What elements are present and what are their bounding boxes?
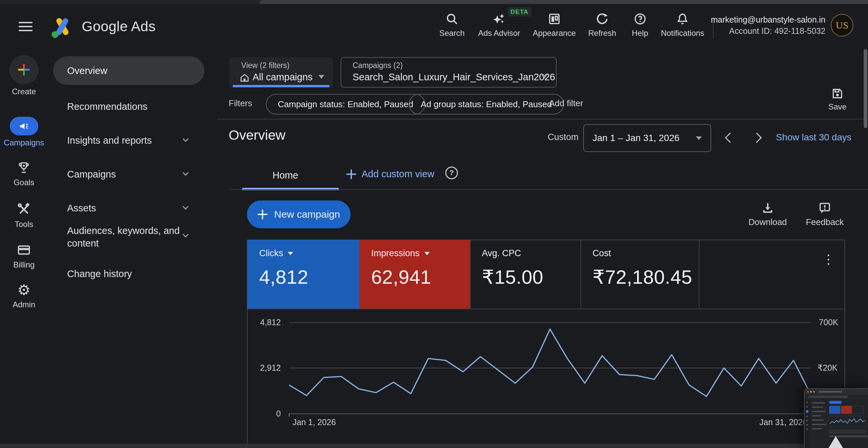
y-tick-right-top: 700K [819, 318, 838, 327]
main-menu-icon[interactable] [19, 22, 33, 32]
scrollbar-thumb[interactable] [864, 49, 867, 128]
create-plus-icon [16, 62, 32, 77]
clicks-series-line [289, 329, 811, 397]
plus-icon [257, 209, 268, 219]
help-button[interactable]: Help [632, 12, 648, 38]
y-tick-left-middle: 2,912 [229, 363, 281, 373]
tabs-help-button[interactable]: ? [445, 167, 458, 179]
rail-item-goals[interactable]: Goals [13, 160, 35, 187]
view-selector[interactable]: View (2 filters) All campaigns [229, 57, 333, 88]
tools-icon [16, 202, 32, 217]
feedback-button[interactable]: Feedback [806, 201, 844, 227]
megaphone-icon [18, 120, 30, 132]
view-selector-underline [232, 85, 330, 87]
refresh-button[interactable]: Refresh [588, 12, 616, 38]
show-last-30-days-link[interactable]: Show last 30 days [776, 132, 851, 143]
date-range-picker[interactable]: Jan 1 – Jan 31, 2026 [583, 124, 711, 152]
new-campaign-button[interactable]: New campaign [247, 200, 350, 228]
product-title: Google Ads [82, 19, 156, 35]
card-divider [470, 240, 470, 309]
save-button[interactable]: Save [824, 87, 851, 111]
account-id: Account ID: 492-118-5032 [711, 25, 826, 36]
advisor-beta-badge: DETA [508, 7, 531, 16]
metric-card-avg-cpc[interactable]: Avg. CPC ₹15.00 [470, 240, 581, 309]
campaign-selector[interactable]: Campaigns (2) Search_Salon_Luxury_Hair_S… [341, 57, 557, 88]
pip-rail [805, 399, 810, 448]
add-custom-view-button[interactable]: Add custom view [346, 169, 434, 179]
rail-item-tools[interactable]: Tools [14, 202, 33, 229]
y-tick-left-top: 4,812 [229, 318, 281, 327]
cards-bottom-border [247, 309, 845, 309]
chevron-down-icon [182, 136, 188, 142]
appearance-icon [547, 12, 561, 26]
subnav-item-insights-reports[interactable]: Insights and reports [67, 134, 152, 147]
avatar-monogram: US [836, 20, 848, 31]
performance-line-chart [289, 318, 811, 418]
tab-home[interactable]: Home [273, 170, 298, 181]
caret-down-icon [318, 75, 324, 79]
chevron-down-icon [182, 203, 188, 209]
subnav-item-audiences-keywords-content[interactable]: Audiences, keywords, and content [67, 224, 182, 249]
caret-down-icon [541, 75, 547, 79]
help-icon: ? [445, 167, 458, 179]
chevron-down-icon [182, 170, 188, 176]
chevron-down-icon [182, 231, 188, 237]
pip-minimize-dot [810, 391, 812, 392]
subnav-item-overview[interactable]: Overview [53, 57, 205, 85]
trophy-icon [16, 160, 32, 175]
metric-card-clicks[interactable]: Clicks 4,812 [247, 240, 359, 309]
browser-tab [259, 0, 868, 4]
rail-item-billing[interactable]: Billing [13, 242, 35, 270]
appearance-button[interactable]: Appearance [533, 12, 576, 38]
card-divider [581, 240, 581, 309]
add-filter-button[interactable]: Add filter [549, 98, 583, 108]
subnav-item-recommendations[interactable]: Recommendations [67, 100, 148, 113]
save-icon [831, 87, 844, 100]
bottom-edge-strip [0, 444, 868, 448]
metric-card-impressions[interactable]: Impressions 62,941 [359, 240, 470, 309]
subnav-item-campaigns[interactable]: Campaigns [67, 168, 116, 180]
pip-close-dot [807, 391, 809, 392]
caret-down-icon [424, 252, 430, 255]
pip-urlbar [805, 394, 868, 399]
notifications-button[interactable]: Notifications [661, 12, 705, 38]
page-title: Overview [229, 128, 285, 143]
next-period-button[interactable] [751, 132, 762, 143]
previous-period-button[interactable] [725, 132, 735, 143]
help-icon [633, 12, 647, 26]
refresh-icon [595, 12, 609, 26]
search-button[interactable]: Search [439, 12, 465, 38]
y-tick-right-middle: ₹20K [817, 363, 837, 373]
download-button[interactable]: Download [748, 201, 787, 227]
credit-card-icon [16, 242, 32, 257]
rail-item-campaigns[interactable]: Campaigns [4, 117, 44, 147]
caret-down-icon [696, 136, 702, 140]
rail-item-create[interactable]: Create [9, 55, 38, 96]
home-icon [239, 72, 250, 83]
subnav-item-assets[interactable]: Assets [67, 202, 96, 214]
gear-icon: ⚙ [17, 283, 30, 297]
sparkle-icon [492, 12, 506, 26]
subnav-item-change-history[interactable]: Change history [67, 268, 132, 280]
pip-maximize-dot [813, 391, 815, 392]
overflow-menu-icon[interactable]: ⋮ [822, 253, 835, 266]
tabs-divider [229, 189, 868, 190]
pip-sidebar [810, 399, 828, 448]
pip-mini-chart [829, 416, 866, 427]
rail-item-admin[interactable]: ⚙ Admin [12, 283, 35, 309]
y-tick-left-zero: 0 [229, 409, 281, 418]
x-label-start: Jan 1, 2026 [292, 417, 336, 427]
download-icon [761, 201, 775, 215]
bell-icon [676, 12, 689, 26]
feedback-icon [818, 201, 832, 215]
filter-chip-ad-group-status[interactable]: Ad group status: Enabled, Paused [409, 94, 564, 114]
cursor-pointer [828, 436, 843, 448]
caret-down-icon [288, 252, 293, 255]
filter-chip-campaign-status[interactable]: Campaign status: Enabled, Paused [266, 94, 425, 114]
pip-titlebar [805, 389, 868, 394]
avatar[interactable]: US [831, 14, 854, 36]
x-label-end: Jan 31, 2026 [760, 417, 808, 427]
pip-search-bar [829, 430, 866, 434]
card-divider [699, 240, 700, 309]
metric-card-cost[interactable]: Cost ₹72,180.45 [581, 240, 699, 309]
